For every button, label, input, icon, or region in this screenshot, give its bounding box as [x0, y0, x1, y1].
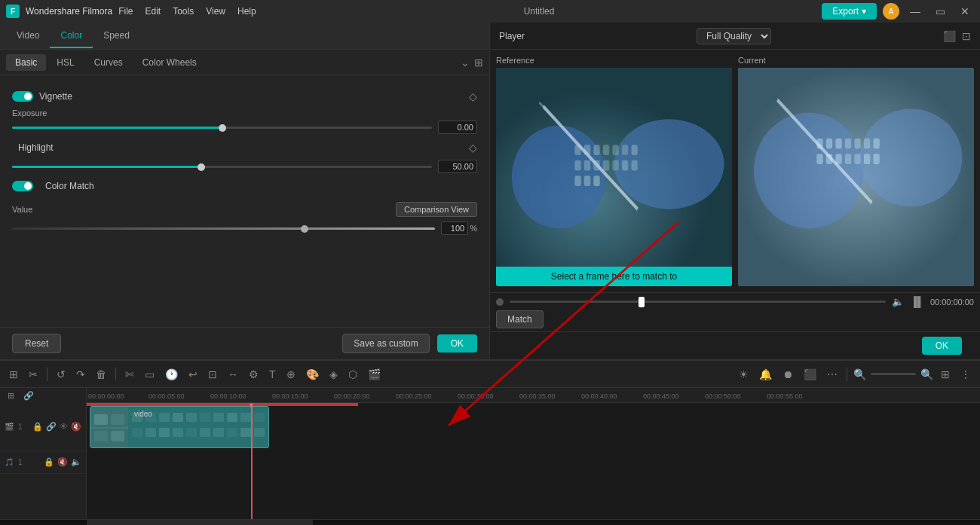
export-button[interactable]: Export ▾	[822, 3, 877, 20]
colormatch-toggle[interactable]	[12, 181, 33, 191]
tool-effects[interactable]: ⊕	[283, 367, 299, 382]
subtab-dropdown-icon[interactable]: ⌄	[461, 56, 470, 69]
zoom-slider[interactable]	[871, 373, 916, 375]
minimize-button[interactable]: —	[905, 4, 925, 19]
svg-rect-60	[173, 428, 183, 437]
subtab-colorwheels[interactable]: Color Wheels	[133, 54, 206, 71]
tool-rotate[interactable]: ↔	[225, 367, 241, 382]
audio-volume-icon[interactable]: 🔈	[71, 457, 81, 467]
ok-button-right[interactable]: OK	[922, 337, 962, 355]
menu-help[interactable]: Help	[237, 6, 256, 17]
tool-undo[interactable]: ↺	[54, 367, 69, 382]
chain-icon[interactable]: 🔗	[20, 389, 37, 402]
snap-icon[interactable]: 🔔	[756, 367, 775, 382]
quality-select[interactable]: Full Quality	[697, 28, 771, 44]
more-options-icon[interactable]: ⋮	[957, 367, 974, 382]
match-button[interactable]: Match	[496, 310, 544, 328]
timeline-scrollbar[interactable]	[0, 519, 980, 525]
subtab-curves[interactable]: Curves	[85, 54, 132, 71]
record-icon[interactable]: ⏺	[779, 367, 796, 382]
select-frame-bar: Select a frame here to match to	[496, 267, 732, 286]
tool-audio[interactable]: ⚙	[246, 367, 262, 382]
exposure-value[interactable]	[438, 121, 477, 134]
tool-scene[interactable]: 🎬	[365, 367, 384, 382]
svg-rect-13	[593, 176, 599, 186]
track-header-video: 🎬 1 🔒 🔗 👁 🔇	[0, 403, 86, 451]
scrubber-audio-icon[interactable]: 🔈	[892, 296, 904, 307]
scrollbar-thumb[interactable]	[87, 520, 313, 525]
toolbar-row: ⊞ ✂ ↺ ↷ 🗑 ✄ ▭ 🕐 ↩ ⊡ ↔ ⚙ T ⊕ 🎨 ◈ ⬡ 🎬 ☀ 🔔 …	[0, 361, 980, 388]
menu-edit[interactable]: Edit	[145, 6, 161, 17]
menu-view[interactable]: View	[206, 6, 225, 17]
ruler-tick-8: 00:00:40:00	[581, 392, 617, 400]
tool-delete[interactable]: 🗑	[93, 367, 109, 382]
subtab-hsl[interactable]: HSL	[47, 54, 83, 71]
more-icon[interactable]: ⋯	[824, 367, 841, 382]
vignette-toggle-thumb	[24, 93, 32, 100]
video-link-icon[interactable]: 🔗	[46, 422, 57, 432]
tool-speed[interactable]: 🕐	[162, 367, 181, 382]
player-icon-screen[interactable]: ⬛	[943, 30, 956, 42]
menu-tools[interactable]: Tools	[173, 6, 194, 17]
tool-text[interactable]: T	[266, 367, 279, 382]
tool-reverse[interactable]: ↩	[185, 367, 201, 382]
exposure-fill	[12, 127, 222, 129]
main-layout: Video Color Speed Basic HSL Curves Color…	[0, 23, 980, 359]
subtab-basic[interactable]: Basic	[6, 54, 46, 71]
tool-color[interactable]: 🎨	[303, 367, 322, 382]
zoom-in-icon[interactable]: 🔍	[920, 368, 933, 380]
comparison-view-button[interactable]: Comparison View	[396, 202, 477, 217]
svg-rect-12	[584, 176, 590, 186]
ruler-tick-1: 00:00:05:00	[149, 392, 185, 400]
save-custom-button[interactable]: Save as custom	[342, 334, 429, 353]
render-icon[interactable]: ☀	[736, 367, 752, 382]
video-mute-icon[interactable]: 🔇	[71, 422, 81, 432]
subtab-layout-icon[interactable]: ⊞	[474, 56, 483, 69]
player-icon-crop[interactable]: ⊡	[962, 30, 971, 42]
ruler-tick-2: 00:00:10:00	[210, 392, 247, 400]
close-button[interactable]: ✕	[956, 4, 974, 19]
tool-crop[interactable]: ⊡	[205, 367, 220, 382]
tab-video[interactable]: Video	[6, 24, 50, 48]
highlight-reset-icon[interactable]: ◇	[469, 142, 477, 154]
svg-rect-15	[622, 145, 628, 155]
menu-file[interactable]: File	[118, 6, 133, 17]
reference-image[interactable]: Select a frame here to match to	[496, 68, 732, 286]
left-panel: Video Color Speed Basic HSL Curves Color…	[0, 23, 490, 359]
video-lock-icon[interactable]: 🔒	[32, 422, 43, 432]
video-clip[interactable]: video	[90, 406, 269, 448]
ok-button-left[interactable]: OK	[437, 334, 477, 353]
scrubber-track[interactable]	[510, 301, 886, 303]
ruler-ticks: 00:00:00:00 00:00:05:00 00:00:10:00 00:0…	[87, 388, 980, 403]
highlight-slider[interactable]	[12, 166, 432, 168]
reset-button[interactable]: Reset	[12, 334, 61, 353]
value-input[interactable]	[441, 221, 468, 235]
timeline-content[interactable]: video	[87, 403, 980, 519]
highlight-value[interactable]	[438, 160, 477, 173]
zoom-out-icon[interactable]: 🔍	[853, 368, 866, 380]
audio-mute-icon[interactable]: 🔇	[57, 457, 68, 467]
tool-trim[interactable]: ✂	[26, 367, 41, 382]
tool-mask[interactable]: ◈	[326, 367, 341, 382]
vignette-toggle[interactable]	[12, 91, 33, 102]
maximize-button[interactable]: ▭	[931, 4, 950, 19]
vignette-reset-icon[interactable]: ◇	[469, 90, 477, 102]
transition-icon[interactable]: ⬛	[801, 367, 819, 382]
tab-color[interactable]: Color	[50, 24, 93, 48]
audio-lock-icon[interactable]: 🔒	[44, 457, 54, 467]
value-slider[interactable]	[12, 227, 435, 230]
tool-select[interactable]: ⊞	[6, 367, 21, 382]
grid-view-icon[interactable]: ⊞	[938, 367, 953, 382]
highlight-label: Highlight	[18, 142, 54, 153]
tool-split[interactable]: ▭	[142, 367, 158, 382]
link-icon[interactable]: ⊞	[5, 389, 17, 402]
video-eye-icon[interactable]: 👁	[60, 422, 68, 432]
tool-redo[interactable]: ↷	[73, 367, 88, 382]
value-thumb[interactable]	[301, 225, 308, 233]
exposure-slider[interactable]	[12, 127, 432, 129]
tool-cut[interactable]: ✄	[122, 367, 137, 382]
highlight-thumb[interactable]	[198, 163, 205, 171]
tab-speed[interactable]: Speed	[93, 24, 140, 48]
exposure-thumb[interactable]	[219, 124, 226, 132]
tool-motion[interactable]: ⬡	[345, 367, 360, 382]
